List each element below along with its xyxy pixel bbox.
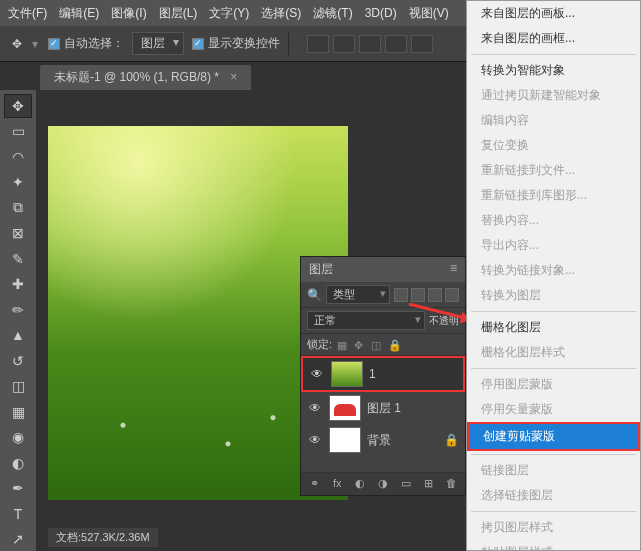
blur-tool[interactable]: ◉ [4, 426, 32, 450]
align-icon[interactable] [307, 35, 329, 53]
context-menu-item[interactable]: 来自图层的画板... [467, 1, 640, 26]
fx-icon[interactable]: fx [330, 477, 344, 491]
lock-pixels-icon[interactable]: ▦ [337, 339, 349, 351]
context-menu-item: 复位变换 [467, 133, 640, 158]
lock-artboard-icon[interactable]: ◫ [371, 339, 383, 351]
context-menu-item: 替换内容... [467, 208, 640, 233]
new-layer-icon[interactable]: ⊞ [422, 477, 436, 491]
visibility-icon[interactable]: 👁 [307, 401, 323, 415]
menu-file[interactable]: 文件(F) [8, 5, 47, 22]
link-icon[interactable]: ⚭ [307, 477, 321, 491]
lock-label: 锁定: [307, 337, 332, 352]
align-icon[interactable] [333, 35, 355, 53]
context-menu-item[interactable]: 栅格化图层 [467, 315, 640, 340]
context-menu-item: 重新链接到库图形... [467, 183, 640, 208]
menu-layer[interactable]: 图层(L) [159, 5, 198, 22]
path-tool[interactable]: ↗ [4, 528, 32, 551]
lock-all-icon[interactable]: 🔒 [388, 339, 400, 351]
context-menu-item: 重新链接到文件... [467, 158, 640, 183]
show-transform-label: 显示变换控件 [208, 35, 280, 52]
history-brush-tool[interactable]: ↺ [4, 349, 32, 373]
filter-text-icon[interactable] [428, 288, 442, 302]
visibility-icon[interactable]: 👁 [307, 433, 323, 447]
group-icon[interactable]: ▭ [399, 477, 413, 491]
adjustment-icon[interactable]: ◑ [376, 477, 390, 491]
document-tab[interactable]: 未标题-1 @ 100% (1, RGB/8) * × [40, 65, 251, 90]
context-menu-item: 粘贴图层样式 [467, 540, 640, 551]
layer-item[interactable]: 👁 1 [301, 356, 465, 392]
tab-title: 未标题-1 @ 100% (1, RGB/8) * [54, 70, 219, 84]
layers-panel-title: 图层 ≡ [301, 257, 465, 282]
status-bar: 文档:527.3K/2.36M [48, 528, 158, 547]
filter-pixel-icon[interactable] [394, 288, 408, 302]
layers-panel-footer: ⚭ fx ◐ ◑ ▭ ⊞ 🗑 [301, 472, 465, 495]
separator [471, 368, 636, 369]
menu-view[interactable]: 视图(V) [409, 5, 449, 22]
context-menu-item: 链接图层 [467, 458, 640, 483]
eraser-tool[interactable]: ◫ [4, 375, 32, 399]
context-menu-item: 选择链接图层 [467, 483, 640, 508]
frame-tool[interactable]: ⊠ [4, 222, 32, 246]
context-menu-item[interactable]: 创建剪贴蒙版 [467, 422, 640, 451]
close-icon[interactable]: × [230, 70, 237, 84]
pen-tool[interactable]: ✒ [4, 477, 32, 501]
align-icons [307, 35, 433, 53]
layer-item[interactable]: 👁 图层 1 [301, 392, 465, 424]
menu-image[interactable]: 图像(I) [111, 5, 146, 22]
align-icon[interactable] [411, 35, 433, 53]
menu-filter[interactable]: 滤镜(T) [313, 5, 352, 22]
trash-icon[interactable]: 🗑 [444, 477, 458, 491]
context-menu-item[interactable]: 来自图层的画框... [467, 26, 640, 51]
layer-thumbnail[interactable] [329, 395, 361, 421]
layers-panel: 图层 ≡ 🔍 类型 正常 不透明 锁定: ▦ ✥ ◫ 🔒 👁 1 👁 图层 1 [300, 256, 466, 496]
tool-bar: ✥ ▭ ◠ ✦ ⧉ ⊠ ✎ ✚ ✏ ▲ ↺ ◫ ▦ ◉ ◐ ✒ T ↗ [0, 90, 36, 551]
stamp-tool[interactable]: ▲ [4, 324, 32, 348]
crop-tool[interactable]: ⧉ [4, 196, 32, 220]
layer-name[interactable]: 背景 [367, 432, 391, 449]
mask-icon[interactable]: ◐ [353, 477, 367, 491]
menu-3d[interactable]: 3D(D) [365, 6, 397, 20]
brush-tool[interactable]: ✏ [4, 298, 32, 322]
separator [471, 511, 636, 512]
context-menu-item: 停用图层蒙版 [467, 372, 640, 397]
context-menu-item: 导出内容... [467, 233, 640, 258]
layer-name[interactable]: 1 [369, 367, 376, 381]
dodge-tool[interactable]: ◐ [4, 451, 32, 475]
context-menu-item: 转换为图层 [467, 283, 640, 308]
align-icon[interactable] [359, 35, 381, 53]
lock-position-icon[interactable]: ✥ [354, 339, 366, 351]
context-menu-item: 停用矢量蒙版 [467, 397, 640, 422]
panel-menu-icon[interactable]: ≡ [450, 261, 457, 278]
layer-thumbnail[interactable] [331, 361, 363, 387]
blend-mode-dropdown[interactable]: 正常 [307, 311, 425, 330]
layer-name[interactable]: 图层 1 [367, 400, 401, 417]
healing-tool[interactable]: ✚ [4, 273, 32, 297]
menu-text[interactable]: 文字(Y) [209, 5, 249, 22]
menu-edit[interactable]: 编辑(E) [59, 5, 99, 22]
context-menu-item[interactable]: 转换为智能对象 [467, 58, 640, 83]
lasso-tool[interactable]: ◠ [4, 145, 32, 169]
layer-item[interactable]: 👁 背景 🔒 [301, 424, 465, 456]
marquee-tool[interactable]: ▭ [4, 120, 32, 144]
auto-select-dropdown[interactable]: 图层 [132, 32, 184, 55]
context-menu-item: 转换为链接对象... [467, 258, 640, 283]
gradient-tool[interactable]: ▦ [4, 400, 32, 424]
auto-select-checkbox[interactable] [48, 38, 60, 50]
visibility-icon[interactable]: 👁 [309, 367, 325, 381]
separator [471, 311, 636, 312]
menu-select[interactable]: 选择(S) [261, 5, 301, 22]
filter-type-dropdown[interactable]: 类型 [326, 285, 390, 304]
layers-panel-label: 图层 [309, 261, 333, 278]
quick-select-tool[interactable]: ✦ [4, 171, 32, 195]
chevron-down-icon[interactable]: ▾ [32, 37, 38, 51]
filter-adjust-icon[interactable] [411, 288, 425, 302]
context-menu-item: 栅格化图层样式 [467, 340, 640, 365]
filter-shape-icon[interactable] [445, 288, 459, 302]
align-icon[interactable] [385, 35, 407, 53]
move-tool[interactable]: ✥ [4, 94, 32, 118]
filter-icons [394, 288, 459, 302]
type-tool[interactable]: T [4, 502, 32, 526]
eyedropper-tool[interactable]: ✎ [4, 247, 32, 271]
layer-thumbnail[interactable] [329, 427, 361, 453]
show-transform-checkbox[interactable] [192, 38, 204, 50]
